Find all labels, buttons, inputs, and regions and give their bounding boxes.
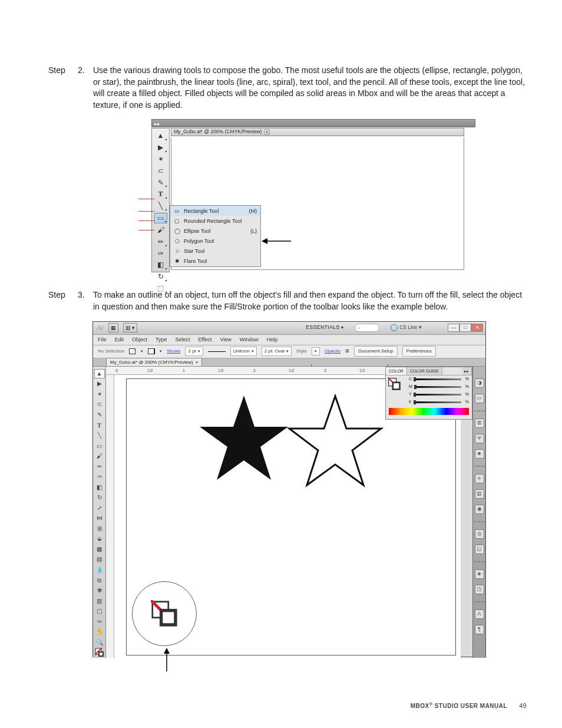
- flyout-rounded-rect[interactable]: ▢ Rounded Rectangle Tool: [170, 216, 260, 226]
- graph-tool-icon[interactable]: ▥: [94, 596, 105, 606]
- paintbrush-tool-icon[interactable]: 🖌: [154, 225, 167, 235]
- artboard-tool-icon[interactable]: ▢: [94, 607, 105, 617]
- layout-icon[interactable]: ▥ ▾: [123, 323, 138, 333]
- blend-tool-icon[interactable]: ⧉: [94, 575, 105, 585]
- flyout-star[interactable]: ☆ Star Tool: [170, 246, 260, 256]
- magic-wand-tool-icon[interactable]: ✶: [154, 154, 167, 164]
- panel-icon[interactable]: Ψ: [475, 434, 484, 443]
- panel-icon[interactable]: ◈: [475, 569, 484, 579]
- y-slider[interactable]: Y%: [406, 391, 472, 398]
- align-icon[interactable]: ⊞: [345, 348, 349, 354]
- lasso-tool-icon[interactable]: ⊂: [154, 166, 167, 176]
- color-panel[interactable]: COLOR COLOR GUIDE ▸▸ C% M% Y% K%: [385, 367, 472, 420]
- panel-fillstroke-icon[interactable]: [388, 378, 404, 393]
- style-select[interactable]: [312, 347, 320, 355]
- menu-file[interactable]: File: [98, 336, 107, 344]
- fill-swatch[interactable]: [129, 348, 136, 354]
- panel-icon[interactable]: ◑: [475, 378, 484, 388]
- direct-select-tool-icon[interactable]: ▶: [154, 143, 167, 153]
- gradient-tool-icon[interactable]: ▤: [94, 555, 105, 565]
- flyout-rectangle[interactable]: ▭ Rectangle Tool (M): [170, 206, 260, 216]
- panel-icon[interactable]: ♣: [475, 449, 484, 459]
- close-tab-icon[interactable]: ×: [264, 129, 270, 135]
- panel-icon[interactable]: ≡: [475, 474, 484, 483]
- stroke-weight-field[interactable]: 2 pt: [185, 347, 203, 355]
- workspace-switcher[interactable]: ESSENTIALS: [306, 324, 344, 331]
- zoom-tool-icon[interactable]: 🔍: [94, 637, 105, 647]
- panel-icon[interactable]: ◳: [475, 585, 484, 594]
- pen-tool-icon[interactable]: ✎: [94, 410, 105, 420]
- panel-icon[interactable]: ◱: [475, 545, 484, 554]
- type-tool-icon[interactable]: T: [94, 420, 105, 430]
- rectangle-tool-icon[interactable]: ▭: [94, 441, 105, 451]
- scale-tool-icon[interactable]: ⤢: [94, 503, 105, 513]
- direct-select-tool-icon[interactable]: ▶: [94, 379, 105, 389]
- hand-tool-icon[interactable]: ✋: [94, 627, 105, 637]
- flyout-ellipse[interactable]: ◯ Ellipse Tool (L): [170, 226, 260, 236]
- eyedropper-tool-icon[interactable]: 💧: [94, 565, 105, 575]
- document-tab[interactable]: My_Gobo.ai* @ 200% (CMYK/Preview) ×: [106, 358, 202, 366]
- expand-icon[interactable]: ▸▸: [462, 367, 472, 375]
- fill-stroke-toggle-icon[interactable]: [94, 648, 105, 658]
- paintbrush-tool-icon[interactable]: 🖌: [94, 452, 105, 462]
- document-setup-button[interactable]: Document Setup: [354, 346, 398, 356]
- profile-select[interactable]: 2 pt. Oval: [262, 347, 292, 355]
- line-tool-icon[interactable]: ╲: [94, 431, 105, 441]
- pencil-tool-icon[interactable]: ✏: [94, 462, 105, 472]
- cs-live-button[interactable]: CS Live ▾: [391, 324, 422, 331]
- k-slider[interactable]: K%: [406, 398, 472, 406]
- pen-tool-icon[interactable]: ✎: [154, 178, 167, 188]
- blob-brush-tool-icon[interactable]: ✑: [154, 249, 167, 259]
- perspective-tool-icon[interactable]: ⬙: [94, 534, 105, 544]
- brush-select[interactable]: Uniform: [230, 347, 257, 355]
- lasso-tool-icon[interactable]: ⊂: [94, 400, 105, 410]
- line-tool-icon[interactable]: ╲: [154, 201, 167, 211]
- shapebuilder-tool-icon[interactable]: ⊞: [94, 524, 105, 534]
- c-slider[interactable]: C%: [406, 375, 472, 383]
- color-tab[interactable]: COLOR: [386, 367, 407, 375]
- width-tool-icon[interactable]: ⋈: [94, 513, 105, 523]
- menu-effect[interactable]: Effect: [199, 336, 212, 344]
- menu-edit[interactable]: Edit: [115, 336, 124, 344]
- menu-type[interactable]: Type: [156, 336, 167, 344]
- flyout-flare[interactable]: ✺ Flare Tool: [170, 256, 260, 266]
- blob-brush-tool-icon[interactable]: ✑: [94, 472, 105, 482]
- panel-icon[interactable]: ◎: [475, 529, 484, 539]
- bridge-icon[interactable]: ▦: [108, 323, 118, 333]
- preferences-button[interactable]: Preferences: [402, 346, 436, 356]
- menu-window[interactable]: Window: [240, 336, 259, 344]
- flyout-polygon[interactable]: ⬡ Polygon Tool: [170, 236, 260, 246]
- shape-tool-icon[interactable]: ▭: [154, 213, 167, 223]
- opacity-link[interactable]: Opacity: [325, 348, 340, 354]
- mesh-tool-icon[interactable]: ▦: [94, 545, 105, 555]
- maximize-icon[interactable]: □: [459, 324, 471, 332]
- stroke-link[interactable]: Stroke: [167, 348, 180, 354]
- magic-wand-tool-icon[interactable]: ✶: [94, 390, 105, 400]
- rotate-tool-icon[interactable]: ↻: [94, 493, 105, 503]
- panel-icon[interactable]: ⊞: [475, 419, 484, 428]
- minimize-icon[interactable]: —: [448, 324, 459, 332]
- eraser-tool-icon[interactable]: ◧: [94, 482, 105, 492]
- menu-view[interactable]: View: [220, 336, 231, 344]
- type-tool-icon[interactable]: T: [154, 189, 167, 199]
- slice-tool-icon[interactable]: ✂: [94, 617, 105, 627]
- eraser-tool-icon[interactable]: ◧: [154, 260, 167, 270]
- panel-icon[interactable]: ◉: [475, 505, 484, 514]
- close-tab-icon[interactable]: ×: [196, 359, 199, 365]
- selection-tool-icon[interactable]: ▲: [94, 369, 105, 379]
- panel-icon[interactable]: ▭: [475, 394, 484, 403]
- panel-icon[interactable]: A: [475, 610, 484, 619]
- menu-object[interactable]: Object: [132, 336, 147, 344]
- rotate-tool-icon[interactable]: ↻: [154, 272, 167, 282]
- spectrum-bar[interactable]: [389, 408, 469, 415]
- color-guide-tab[interactable]: COLOR GUIDE: [407, 367, 442, 375]
- selection-tool-icon[interactable]: ▲: [154, 131, 167, 141]
- m-slider[interactable]: M%: [406, 383, 472, 391]
- menu-help[interactable]: Help: [267, 336, 278, 344]
- symbol-spray-tool-icon[interactable]: ✾: [94, 586, 105, 596]
- panel-icon[interactable]: ¶: [475, 625, 484, 634]
- menu-select[interactable]: Select: [176, 336, 190, 344]
- close-icon[interactable]: ✕: [471, 324, 483, 332]
- document-tab[interactable]: My_Gobo.ai* @ 200% (CMYK/Preview) ×: [171, 128, 464, 136]
- stroke-swatch[interactable]: [148, 348, 155, 354]
